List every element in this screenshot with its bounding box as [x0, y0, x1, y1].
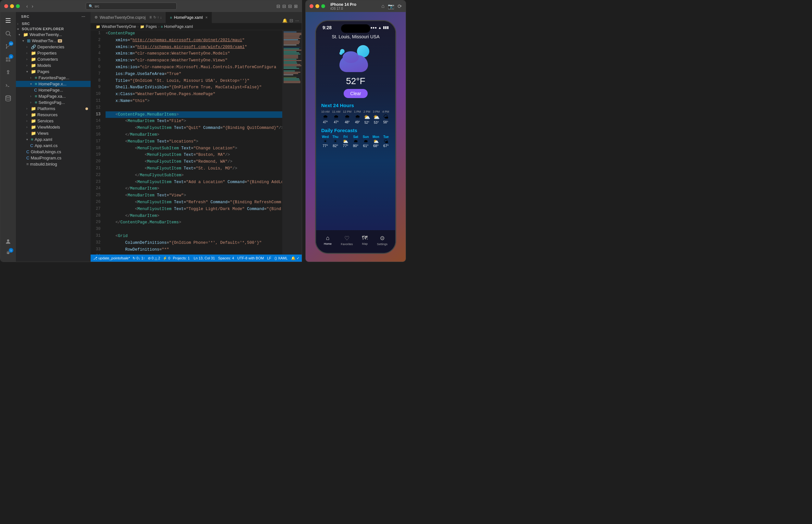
tree-homepage-cs[interactable]: C HomePage...: [16, 87, 91, 93]
database-icon[interactable]: [2, 93, 14, 104]
nav-icon[interactable]: ↑: [157, 15, 159, 19]
split-editor-icon[interactable]: ⊟: [289, 18, 293, 23]
bc-sep-1: ›: [137, 24, 139, 29]
wifi-icon: ▲: [378, 26, 381, 30]
bc-pages[interactable]: Pages: [146, 24, 157, 29]
line-col-text: Ln 13, Col 31: [194, 256, 215, 260]
layout-icon-1[interactable]: ⊟: [276, 3, 280, 9]
pages-arrow: ▾: [26, 70, 31, 73]
close-button[interactable]: [4, 4, 8, 8]
tree-pages[interactable]: ▾ 📁 Pages: [16, 68, 91, 75]
nav-favorites[interactable]: ♡ Favorites: [341, 235, 353, 246]
nav-home[interactable]: ⌂ Home: [324, 235, 331, 245]
iphone-close-button[interactable]: [310, 4, 313, 8]
spaces-status[interactable]: Spaces: 4: [218, 256, 234, 260]
tree-models[interactable]: › 📁 Models: [16, 62, 91, 68]
tree-solution[interactable]: ▾ SOLUTION EXPLORER: [16, 26, 91, 32]
settings-badge: 1: [9, 248, 13, 252]
hour-item-2: 12 PM 🌧 48°: [343, 110, 352, 124]
sidebar-more-icon[interactable]: ···: [82, 15, 85, 18]
tree-viewmodels[interactable]: › 📁 ViewModels: [16, 124, 91, 130]
language-text: () XAML: [274, 256, 288, 260]
tree-appxaml[interactable]: ▾ ≡ App.xaml: [16, 136, 91, 143]
title-bar-icons: ⊟ ⊟ ⊟ ⊞: [276, 3, 298, 9]
tree-properties[interactable]: › 📁 Properties: [16, 50, 91, 56]
encoding-status[interactable]: UTF-8 with BOM: [238, 256, 264, 260]
next-24-title: Next 24 Hours: [321, 103, 390, 108]
pages-icon: 📁: [31, 69, 36, 74]
settings-activity-icon[interactable]: 1: [2, 247, 14, 259]
tree-project[interactable]: ▾ ⊞ WeatherTw... M: [16, 38, 91, 44]
branch-status[interactable]: ⎇ update_pointofsale*: [93, 256, 130, 260]
tree-dependencies[interactable]: › 🔗 Dependencies: [16, 44, 91, 50]
nav-down-icon[interactable]: ↓: [160, 15, 162, 19]
tab-homepage[interactable]: ≡ HomePage.xaml ×: [166, 12, 212, 23]
screenshot-icon[interactable]: 📷: [388, 3, 394, 10]
pause-icon[interactable]: ⏸: [149, 15, 152, 19]
notifications-icon[interactable]: 🔔: [282, 18, 288, 23]
errors-status[interactable]: ⊘ 0 △ 2: [148, 256, 160, 260]
search-activity-icon[interactable]: [2, 28, 14, 39]
projects-status[interactable]: Projects: 1: [173, 256, 190, 260]
forward-arrow[interactable]: ›: [31, 3, 35, 10]
warnings-status[interactable]: ⚡ 0: [163, 256, 170, 260]
bc-project[interactable]: WeatherTwentyOne: [102, 24, 136, 29]
search-bar[interactable]: 🔍 src: [86, 3, 177, 10]
extensions-icon[interactable]: 1: [2, 53, 14, 65]
language-status[interactable]: () XAML: [274, 256, 288, 260]
check-icon[interactable]: ✓: [296, 256, 299, 260]
home-simulator-icon[interactable]: ⌂: [381, 3, 385, 10]
source-control-icon[interactable]: 12: [2, 40, 14, 52]
tree-resources[interactable]: › 📁 Resources: [16, 112, 91, 118]
code-lines[interactable]: <ContentPage xmlns="http://schemas.micro…: [103, 30, 282, 255]
layout-icon-2[interactable]: ⊟: [282, 3, 286, 9]
tree-favorites[interactable]: › ≡ FavoritesPage...: [16, 75, 91, 81]
tree-appxamlcs[interactable]: C App.xaml.cs: [16, 143, 91, 149]
clear-button[interactable]: Clear: [344, 89, 367, 98]
more-icon[interactable]: ···: [295, 18, 299, 23]
layout-icon-3[interactable]: ⊟: [288, 3, 292, 9]
debug-icon[interactable]: [2, 67, 14, 78]
line-col-status[interactable]: Ln 13, Col 31: [194, 256, 215, 260]
layout-icon-4[interactable]: ⊞: [294, 3, 298, 9]
iphone-window: iPhone 14 Pro iOS 17.0 ⌂ 📷 ⟳ 9:28 ●●● ▲ …: [305, 0, 406, 262]
account-icon[interactable]: [2, 236, 14, 247]
iphone-maximize-button[interactable]: [321, 4, 325, 8]
maximize-button[interactable]: [16, 4, 20, 8]
hour-item-1: 11 AM 🌧 47°: [332, 110, 341, 124]
tab-close-icon[interactable]: ×: [205, 15, 208, 20]
nav-map[interactable]: 🗺 Map: [362, 235, 368, 245]
eol-status[interactable]: LF: [267, 256, 271, 260]
plat-label: Platforms: [37, 106, 55, 111]
line-30: 30: [96, 226, 100, 233]
explorer-icon[interactable]: [2, 15, 14, 26]
terminal-icon[interactable]: [2, 80, 14, 91]
eol-text: LF: [267, 256, 271, 260]
tree-converters[interactable]: › 📁 Converters: [16, 56, 91, 62]
rotate-icon[interactable]: ⟳: [397, 3, 402, 10]
tree-homepage[interactable]: ▾ ≡ HomePage.x...: [16, 81, 91, 87]
day-mon-name: Mon: [372, 135, 380, 138]
tree-src[interactable]: › SRC: [16, 21, 91, 26]
tree-platforms[interactable]: › 📁 Platforms: [16, 105, 91, 112]
minimize-button[interactable]: [10, 4, 14, 8]
tree-globalusings[interactable]: C GlobalUsings.cs: [16, 149, 91, 155]
search-text: src: [95, 4, 99, 8]
editor-content[interactable]: 1 2 3 4 5 6 7 8 9 10 11 12 13 14 15 16 1: [91, 30, 302, 255]
tree-mappage[interactable]: › ≡ MapPage.xa...: [16, 93, 91, 99]
refresh-icon[interactable]: ↻: [153, 15, 156, 19]
iphone-minimize-button[interactable]: [315, 4, 319, 8]
tree-mauiprogram[interactable]: C MauiProgram.cs: [16, 155, 91, 161]
back-arrow[interactable]: ‹: [25, 3, 29, 10]
favorites-nav-label: Favorites: [341, 243, 353, 246]
nav-settings[interactable]: ⚙ Settings: [377, 235, 388, 246]
tree-msbuild[interactable]: ≡ msbuild.binlog: [16, 161, 91, 167]
tree-root[interactable]: ▾ 📁 WeatherTwenty...: [16, 32, 91, 38]
tree-services[interactable]: › 📁 Services: [16, 118, 91, 124]
tree-settings-page[interactable]: › ≡ SettingsPag...: [16, 99, 91, 105]
bell-icon[interactable]: 🔔: [291, 256, 296, 260]
tab-csproj[interactable]: ⚙ WeatherTwentyOne.csproj ⏸ ↻ ↑ ↓: [91, 12, 166, 23]
bc-homepage[interactable]: HomePage.xaml: [164, 24, 193, 29]
sync-status[interactable]: ↻ 0↓ 1↑: [132, 256, 145, 260]
tree-views[interactable]: › 📁 Views: [16, 130, 91, 136]
